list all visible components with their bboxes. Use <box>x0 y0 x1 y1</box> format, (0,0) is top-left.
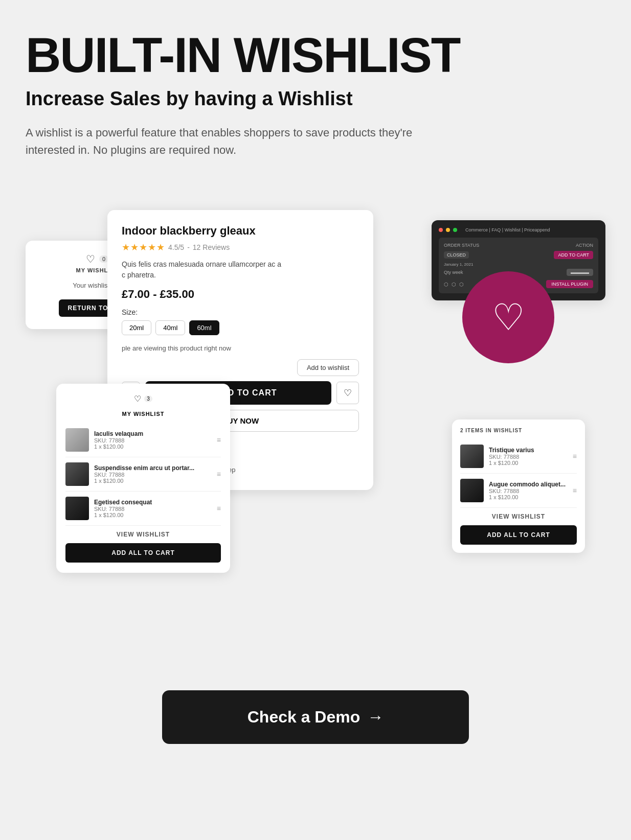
wl-count-left: 3 <box>144 395 152 402</box>
admin-qty-value: ▬▬▬▬ <box>567 269 593 276</box>
rating-separator: - <box>187 243 190 251</box>
add-all-to-cart-button-left[interactable]: ADD ALL TO CART <box>65 543 221 563</box>
wl-item-price-3: 1 x $120.00 <box>94 512 212 518</box>
admin-row-1: ORDER STATUS ACTION <box>444 243 593 248</box>
wl-item-name-2: Suspendisse enim arcu ut portar... <box>94 464 212 472</box>
review-count: 12 Reviews <box>193 243 230 251</box>
check-demo-button[interactable]: Check a Demo → <box>162 690 469 744</box>
window-minimize-dot <box>446 228 450 232</box>
wl-right-item-img-2 <box>460 479 484 502</box>
cta-section: Check a Demo → <box>26 690 605 744</box>
wl-item-img-2 <box>65 462 89 486</box>
wl-right-item-remove-1[interactable]: ≡ <box>573 452 577 460</box>
wl-item-2: Suspendisse enim arcu ut portar... SKU: … <box>65 457 221 492</box>
wishlist-heart-button[interactable]: ♡ <box>336 382 359 404</box>
wl-item-sku-3: SKU: 77888 <box>94 506 212 512</box>
wl-right-item-price-2: 1 x $120.00 <box>489 494 568 500</box>
page-main-title: BUILT-IN WISHLIST <box>26 31 605 80</box>
wl-item-info-2: Suspendisse enim arcu ut portar... SKU: … <box>94 464 212 484</box>
size-label: Size: <box>122 308 359 316</box>
wishlist-items-header-right: 2 ITEMS IN WISHLIST <box>460 428 577 433</box>
size-btn-20ml[interactable]: 20ml <box>122 320 151 335</box>
wl-right-item-img-1 <box>460 445 484 468</box>
admin-icon-2: ⬡ <box>452 282 456 287</box>
admin-qty-label: Qty week <box>444 270 463 275</box>
size-buttons-row: 20ml 40ml 60ml <box>122 320 359 335</box>
wl-right-item-remove-2[interactable]: ≡ <box>573 486 577 495</box>
wl-item-img-1 <box>65 428 89 452</box>
cta-arrow: → <box>367 708 384 727</box>
admin-info-text: January 1, 2021 <box>444 262 593 267</box>
size-btn-40ml[interactable]: 40ml <box>155 320 185 335</box>
add-all-to-cart-button-right[interactable]: ADD ALL TO CART <box>460 525 577 545</box>
admin-status-badge: CLOSED <box>444 251 469 259</box>
heart-circle-icon: ♡ <box>492 296 525 339</box>
wl-item-remove-2[interactable]: ≡ <box>217 470 221 478</box>
page-description: A wishlist is a powerful feature that en… <box>26 124 445 159</box>
window-maximize-dot <box>453 228 457 232</box>
admin-social-icons: ⬡ ⬡ ⬡ <box>444 282 464 287</box>
wl-item-img-3 <box>65 497 89 520</box>
wl-item-3: Egetised consequat SKU: 77888 1 x $120.0… <box>65 492 221 526</box>
wl-right-item-info-2: Augue commodo aliquet... SKU: 77888 1 x … <box>489 481 568 500</box>
admin-nav-label: Commerce | FAQ | Wishlist | Priceappend <box>465 227 550 232</box>
wl-right-item-price-1: 1 x $120.00 <box>489 460 568 466</box>
viewing-now-text: ple are viewing this product right now <box>122 344 359 352</box>
heart-circle-overlay: ♡ <box>462 271 554 363</box>
rating-value: 4.5/5 <box>168 243 184 251</box>
wl-heart-icon-left: ♡ <box>134 394 141 404</box>
wl-item-info-3: Egetised consequat SKU: 77888 1 x $120.0… <box>94 499 212 518</box>
admin-action-button[interactable]: ADD TO CART <box>554 251 593 259</box>
window-close-dot <box>439 228 443 232</box>
admin-row-2: CLOSED ADD TO CART <box>444 251 593 259</box>
wl-item-name-1: Iaculis velaquam <box>94 430 212 437</box>
admin-label-action: ACTION <box>576 243 593 248</box>
view-wishlist-button-left[interactable]: VIEW WISHLIST <box>65 526 221 543</box>
size-btn-60ml[interactable]: 60ml <box>189 320 219 335</box>
screenshots-area: ♡ 0 MY WISHLIST Your wishlist is e RETUR… <box>26 190 605 649</box>
wishlist-items-header-left: ♡ 3 <box>65 394 221 404</box>
add-wishlist-row: Add to wishlist <box>122 359 359 376</box>
wl-title-left: MY WISHLIST <box>65 411 221 417</box>
wl-right-item-info-1: Tristique varius SKU: 77888 1 x $120.00 <box>489 447 568 466</box>
cta-label: Check a Demo <box>247 708 360 727</box>
wl-item-price-2: 1 x $120.00 <box>94 478 212 484</box>
wl-item-remove-3[interactable]: ≡ <box>217 504 221 512</box>
wl-right-item-1: Tristique varius SKU: 77888 1 x $120.00 … <box>460 439 577 474</box>
wl-item-price-1: 1 x $120.00 <box>94 444 212 450</box>
wl-right-item-sku-2: SKU: 77888 <box>489 488 568 494</box>
admin-icon-3: ⬡ <box>459 282 464 287</box>
heart-icon-empty: ♡ <box>86 253 95 265</box>
wl-right-item-sku-1: SKU: 77888 <box>489 454 568 460</box>
rating-row: ★★★★★ 4.5/5 - 12 Reviews <box>122 242 359 253</box>
wl-right-item-2: Augue commodo aliquet... SKU: 77888 1 x … <box>460 474 577 508</box>
admin-icon-1: ⬡ <box>444 282 448 287</box>
product-title: Indoor blackberry gleaux <box>122 224 359 238</box>
wl-item-sku-1: SKU: 77888 <box>94 437 212 444</box>
view-wishlist-button-right[interactable]: VIEW WISHLIST <box>460 508 577 525</box>
wl-right-item-name-2: Augue commodo aliquet... <box>489 481 568 488</box>
wl-item-name-3: Egetised consequat <box>94 499 212 506</box>
wl-item-info-1: Iaculis velaquam SKU: 77888 1 x $120.00 <box>94 430 212 450</box>
wishlist-items-card-left: ♡ 3 MY WISHLIST Iaculis velaquam SKU: 77… <box>56 384 230 573</box>
wl-item-remove-1[interactable]: ≡ <box>217 436 221 444</box>
product-description: Quis felis cras malesuada ornare ullamco… <box>122 259 285 281</box>
add-to-wishlist-button[interactable]: Add to wishlist <box>297 359 359 376</box>
wl-item-sku-2: SKU: 77888 <box>94 472 212 478</box>
wl-item-1: Iaculis velaquam SKU: 77888 1 x $120.00 … <box>65 423 221 457</box>
admin-top-bar: Commerce | FAQ | Wishlist | Priceappend <box>439 227 598 232</box>
page-sub-title: Increase Sales by having a Wishlist <box>26 88 605 110</box>
admin-install-btn[interactable]: INSTALL PLUGIN <box>546 280 593 288</box>
wishlist-items-card-right: 2 ITEMS IN WISHLIST Tristique varius SKU… <box>452 419 585 553</box>
product-price: £7.00 - £35.00 <box>122 288 359 301</box>
wl-right-item-name-1: Tristique varius <box>489 447 568 454</box>
admin-label-status: ORDER STATUS <box>444 243 479 248</box>
star-icons: ★★★★★ <box>122 242 165 253</box>
